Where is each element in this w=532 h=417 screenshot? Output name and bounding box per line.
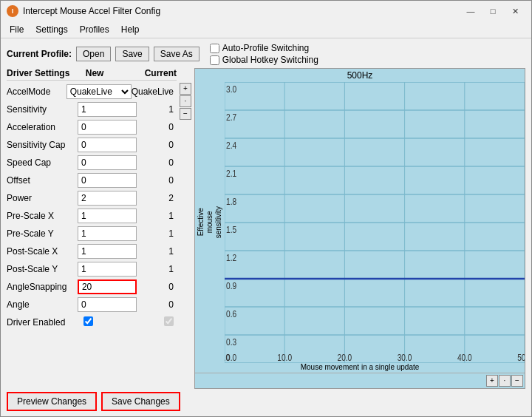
setting-current-acceleration: 0 xyxy=(137,122,177,132)
title-bar-controls: — □ ✕ xyxy=(460,4,525,18)
setting-current-power: 2 xyxy=(137,193,177,203)
setting-name-pre-scale-x: Pre-Scale X xyxy=(7,211,76,221)
setting-input-angle[interactable] xyxy=(78,297,137,312)
setting-input-sensitivity-cap[interactable] xyxy=(78,138,137,152)
chart-dot-button[interactable]: · xyxy=(180,95,191,107)
preview-changes-button[interactable]: Preview Changes xyxy=(7,392,97,411)
setting-input-pre-scale-x[interactable] xyxy=(78,208,137,223)
setting-name-post-scale-x: Post-Scale X xyxy=(7,246,76,257)
setting-input-post-scale-y[interactable] xyxy=(78,262,137,277)
setting-row: Pre-Scale Y1 xyxy=(7,226,177,242)
profile-section: Current Profile: Open Save Save As Auto-… xyxy=(7,43,525,65)
setting-row: Speed Cap0 xyxy=(7,155,177,171)
svg-text:1.8: 1.8 xyxy=(226,195,236,207)
col-driver-settings: Driver Settings xyxy=(7,68,83,78)
svg-text:30.0: 30.0 xyxy=(398,352,412,363)
chart-bottom-dot[interactable]: · xyxy=(499,375,511,387)
chart-bottom-plus[interactable]: + xyxy=(486,375,498,387)
setting-row: AngleSnapping0 xyxy=(7,279,177,295)
open-button[interactable]: Open xyxy=(76,47,111,61)
setting-row: Offset0 xyxy=(7,172,177,189)
setting-current-offset: 0 xyxy=(137,175,177,186)
menu-settings[interactable]: Settings xyxy=(30,23,73,36)
setting-name-power: Power xyxy=(7,193,76,203)
setting-name-speed-cap: Speed Cap xyxy=(7,157,76,168)
setting-row: Power2 xyxy=(7,190,177,206)
setting-input-speed-cap[interactable] xyxy=(78,155,137,170)
save-button[interactable]: Save xyxy=(115,47,149,61)
auto-profile-row: Auto-Profile Switching xyxy=(210,43,318,53)
col-current: Current xyxy=(136,68,177,78)
driver-enabled-checkbox[interactable] xyxy=(83,316,93,326)
bottom-buttons: Preview Changes Save Changes xyxy=(7,389,525,411)
setting-input-anglesnapping[interactable] xyxy=(78,279,137,294)
setting-current-sensitivity-cap: 0 xyxy=(137,140,177,150)
svg-text:0.0: 0.0 xyxy=(225,352,230,363)
setting-input-offset[interactable] xyxy=(78,173,137,188)
setting-input-pre-scale-y[interactable] xyxy=(78,226,137,241)
save-changes-button[interactable]: Save Changes xyxy=(101,392,180,411)
profile-options: Auto-Profile Switching Global Hotkey Swi… xyxy=(210,43,318,65)
settings-rows: AccelModeQuakeLiveLinearNaturalPowerQuak… xyxy=(7,84,177,330)
svg-text:50.0: 50.0 xyxy=(517,352,525,363)
svg-text:2.4: 2.4 xyxy=(226,139,236,151)
setting-row: Driver Enabled xyxy=(7,314,177,330)
setting-row: Pre-Scale X1 xyxy=(7,208,177,224)
setting-input-acceleration[interactable] xyxy=(78,120,137,135)
svg-text:3.0: 3.0 xyxy=(226,83,236,95)
setting-row: Post-Scale X1 xyxy=(7,243,177,260)
setting-name-accelmode: AccelMode xyxy=(7,87,65,97)
svg-text:2.7: 2.7 xyxy=(226,111,236,123)
maximize-button[interactable]: □ xyxy=(482,4,503,18)
svg-text:1.2: 1.2 xyxy=(226,251,236,263)
chart-plus-button[interactable]: + xyxy=(180,83,191,95)
driver-enabled-current-checkbox xyxy=(164,316,174,326)
global-hotkey-checkbox[interactable] xyxy=(210,55,219,65)
svg-text:0.3: 0.3 xyxy=(226,336,236,348)
setting-current-post-scale-x: 1 xyxy=(137,246,177,257)
col-new: New xyxy=(83,68,136,78)
svg-text:0.9: 0.9 xyxy=(226,279,236,291)
chart-bottom-controls: + · − xyxy=(195,373,525,388)
driver-header: Driver Settings New Current xyxy=(7,68,177,81)
auto-profile-checkbox[interactable] xyxy=(210,44,219,53)
right-panel: + · − 500Hz Effective mouse sensitivity xyxy=(180,68,525,389)
setting-row: Angle0 xyxy=(7,296,177,313)
left-panel: Driver Settings New Current AccelModeQua… xyxy=(7,68,177,389)
profile-label: Current Profile: xyxy=(7,49,72,59)
svg-text:2.1: 2.1 xyxy=(226,167,236,179)
title-bar: I Intercept Mouse Accel Filter Config — … xyxy=(1,1,531,21)
y-axis-label: Effective mouse sensitivity xyxy=(197,206,223,238)
setting-name-driver-enabled: Driver Enabled xyxy=(7,317,82,328)
setting-row: AccelModeQuakeLiveLinearNaturalPowerQuak… xyxy=(7,84,177,100)
accelmode-select[interactable]: QuakeLiveLinearNaturalPower xyxy=(66,84,132,99)
menu-profiles[interactable]: Profiles xyxy=(74,23,115,36)
setting-row: Sensitivity Cap0 xyxy=(7,137,177,153)
chart-svg: 3.0 2.7 2.4 2.1 1.8 1.5 1.2 0.9 0.6 0.3 … xyxy=(225,82,525,363)
chart-bottom-minus[interactable]: − xyxy=(511,375,523,387)
setting-current-sensitivity: 1 xyxy=(137,104,177,115)
svg-text:0.6: 0.6 xyxy=(226,308,236,319)
setting-current-anglesnapping: 0 xyxy=(137,282,177,292)
minimize-button[interactable]: — xyxy=(460,4,481,18)
setting-current-post-scale-y: 1 xyxy=(137,264,177,274)
setting-input-sensitivity[interactable] xyxy=(78,102,137,117)
global-hotkey-row: Global Hotkey Switching xyxy=(210,55,318,65)
chart-minus-button[interactable]: − xyxy=(180,108,191,120)
body-area: Driver Settings New Current AccelModeQua… xyxy=(7,68,525,389)
svg-text:10.0: 10.0 xyxy=(277,352,292,363)
chart-controls: + · − xyxy=(180,83,191,120)
menu-file[interactable]: File xyxy=(4,23,30,36)
setting-input-power[interactable] xyxy=(78,191,137,206)
setting-row: Post-Scale Y1 xyxy=(7,261,177,277)
setting-current-pre-scale-x: 1 xyxy=(137,211,177,221)
setting-name-sensitivity-cap: Sensitivity Cap xyxy=(7,140,76,150)
svg-text:1.5: 1.5 xyxy=(226,223,236,235)
menu-help[interactable]: Help xyxy=(115,23,146,36)
close-button[interactable]: ✕ xyxy=(505,4,525,18)
save-as-button[interactable]: Save As xyxy=(154,47,200,61)
setting-input-post-scale-x[interactable] xyxy=(78,244,137,259)
main-content: Current Profile: Open Save Save As Auto-… xyxy=(1,38,531,414)
auto-profile-label: Auto-Profile Switching xyxy=(222,43,309,53)
setting-current-angle: 0 xyxy=(137,299,177,310)
